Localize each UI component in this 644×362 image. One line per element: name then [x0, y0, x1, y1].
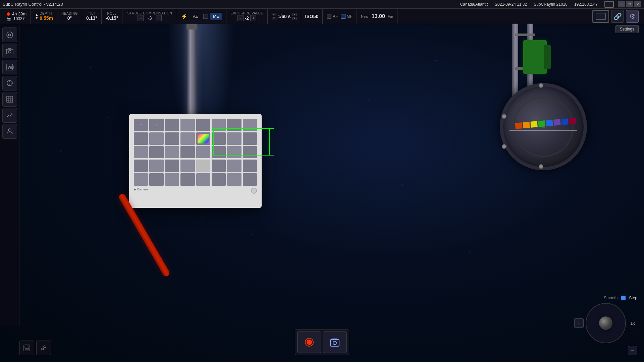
step-label: Step — [629, 296, 637, 300]
sidebar-wb-button[interactable]: WB — [2, 60, 17, 74]
step-indicator — [621, 296, 626, 300]
strobe-minus-button[interactable]: − — [138, 15, 144, 21]
hud-bar: 4h 39m 📷 10337 ▲ ▼ Depth 0.55m Heading 0… — [0, 9, 644, 24]
far-label: Far — [388, 14, 393, 18]
photo-icon — [329, 337, 340, 348]
data-table-icon — [6, 95, 14, 103]
shutter-up-button[interactable]: ▲ — [272, 13, 276, 16]
location-display: Canada/Atlantic — [460, 2, 489, 7]
shutter-down2-button[interactable]: ▼ — [292, 17, 297, 20]
svg-point-11 — [435, 60, 437, 61]
iso-value: ISO50 — [305, 14, 319, 19]
af-item: AF — [327, 14, 338, 19]
mf-checkbox[interactable] — [341, 14, 345, 19]
shutter-section: ▲ ▼ 1/60 s ▲ ▼ — [268, 9, 301, 24]
ae-checkbox[interactable] — [203, 14, 208, 19]
gallery-icon — [23, 344, 31, 352]
depth-value: 0.55m — [40, 15, 53, 21]
record-button[interactable] — [297, 331, 321, 353]
sidebar-graph-button[interactable] — [2, 108, 17, 123]
heading-label: Heading — [61, 12, 78, 15]
maximize-button[interactable]: □ — [626, 1, 633, 7]
ip-display: 192.168.2.47 — [574, 2, 598, 7]
sidebar-camera-button[interactable] — [2, 44, 17, 58]
zoom-plus-button[interactable]: + — [574, 318, 584, 328]
ev-value: -2 — [245, 15, 249, 21]
shutter-up2-button[interactable]: ▲ — [292, 13, 297, 16]
monitor-icon-button[interactable] — [592, 10, 609, 23]
roll-value: -0.15° — [106, 15, 118, 21]
heading-value: 0° — [67, 15, 72, 21]
tilt-label: Tilt — [88, 12, 96, 15]
timer-section: 4h 39m 📷 10337 — [3, 9, 31, 24]
smooth-label: Smooth — [604, 296, 618, 300]
svg-point-7 — [469, 251, 470, 252]
close-button[interactable]: ✕ — [634, 1, 641, 7]
zoom-minus-button[interactable]: − — [628, 346, 637, 355]
strobe-value: -3 — [146, 15, 154, 21]
record-indicator — [7, 12, 10, 16]
strobe-flash-icon: ⚡ — [181, 13, 188, 19]
zoom-controls: + 1x — [574, 303, 637, 343]
app-title: SubC Rayfin Control - v2.14.20 — [3, 2, 460, 7]
bottom-controls — [295, 329, 349, 355]
svg-rect-19 — [7, 96, 13, 102]
tools-button[interactable] — [36, 341, 51, 355]
near-label: Near — [361, 14, 369, 18]
left-sidebar: WB — [0, 24, 19, 326]
sidebar-video-settings-button[interactable] — [2, 27, 17, 42]
depth-label: Depth — [40, 12, 53, 15]
camera-icon: 📷 — [7, 17, 11, 21]
camera-icon — [6, 47, 14, 55]
roll-section: Roll -0.15° — [102, 9, 123, 24]
svg-point-1 — [107, 117, 108, 118]
svg-point-2 — [60, 150, 61, 152]
connection-button[interactable]: 🔗 — [611, 10, 624, 23]
ev-plus-button[interactable]: + — [250, 15, 256, 21]
frame-count: 10337 — [13, 16, 24, 21]
svg-point-25 — [8, 129, 11, 131]
sidebar-tracking-button[interactable] — [2, 76, 17, 90]
record-icon — [304, 337, 315, 348]
settings-button[interactable]: ⚙ — [626, 10, 639, 23]
sidebar-person-button[interactable] — [2, 124, 17, 139]
settings-tooltip: Settings — [615, 25, 639, 33]
svg-point-9 — [201, 218, 202, 219]
ev-section: Exposure Value − -2 + — [226, 9, 267, 24]
iso-section: ISO50 — [301, 9, 323, 24]
shutter-down-button[interactable]: ▼ — [272, 17, 276, 20]
depth-up-arrow: ▲ — [35, 13, 38, 16]
system-display: SubCRayfin 21018 — [534, 2, 568, 7]
svg-point-6 — [402, 184, 403, 185]
ev-minus-button[interactable]: − — [237, 15, 244, 21]
mf-label: MF — [347, 14, 353, 19]
zoom-value: 1x — [628, 321, 637, 326]
strobe-plus-button[interactable]: + — [156, 15, 162, 21]
strobe-label: Strobe Compensation — [127, 11, 172, 15]
tilt-section: Tilt 0.13° — [82, 9, 102, 24]
svg-point-29 — [333, 341, 336, 345]
joystick[interactable] — [586, 303, 626, 343]
shutter-value: 1/60 s — [278, 14, 291, 19]
svg-rect-14 — [6, 49, 13, 54]
me-button[interactable]: ME — [210, 13, 222, 20]
ae-button[interactable]: AE — [190, 13, 201, 20]
svg-rect-31 — [25, 346, 29, 349]
tilt-value: 0.13° — [86, 15, 97, 21]
photo-button[interactable] — [323, 331, 347, 353]
focus-section: Near 13.00 Far — [357, 9, 397, 24]
roll-label: Roll — [107, 12, 117, 15]
graph-icon — [6, 111, 14, 119]
minimize-button[interactable]: ─ — [618, 1, 625, 7]
af-checkbox[interactable] — [327, 14, 331, 19]
af-label: AF — [333, 14, 338, 19]
svg-point-5 — [369, 100, 370, 101]
svg-text:WB: WB — [8, 65, 14, 69]
sidebar-data-button[interactable] — [2, 92, 17, 107]
svg-point-4 — [251, 234, 252, 235]
gallery-button[interactable] — [19, 341, 34, 355]
strobe-section: Strobe Compensation − -3 + — [122, 9, 177, 24]
svg-point-15 — [8, 50, 11, 53]
svg-point-27 — [307, 340, 312, 345]
depth-section: ▲ ▼ Depth 0.55m — [31, 9, 57, 24]
